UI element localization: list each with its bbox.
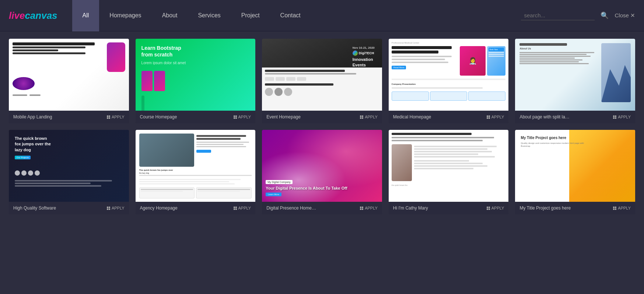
grid-dot bbox=[489, 208, 490, 210]
apply-grid-icon bbox=[487, 115, 490, 119]
cathy-person-image bbox=[392, 144, 412, 181]
grid-dot bbox=[235, 207, 237, 208]
nav-item-project[interactable]: Project bbox=[231, 0, 270, 31]
digital-headline: Your Digital Presence Is About To Take O… bbox=[266, 186, 347, 191]
card-title-project[interactable]: My Title Project goes here Quality desig… bbox=[515, 130, 635, 214]
apply-button-mobile-app[interactable]: APPLY bbox=[107, 115, 125, 119]
grid-dot bbox=[362, 115, 363, 117]
card-footer-event: Event Homepage APPLY bbox=[262, 111, 382, 123]
agency-desc bbox=[196, 144, 243, 145]
agency-services-label: The quick brown fox jumps over bbox=[139, 169, 252, 171]
card-title-agency: Agency Homepage bbox=[140, 205, 178, 211]
card-agency[interactable]: The quick brown fox jumps over the lazy … bbox=[136, 130, 256, 214]
digital-cta-btn: Learn More bbox=[266, 193, 281, 196]
logo-live: live bbox=[9, 10, 25, 21]
nav-item-all[interactable]: All bbox=[72, 0, 99, 31]
thumb-text-line bbox=[13, 46, 85, 48]
software-cta-btn: Our Projects bbox=[15, 156, 31, 159]
speaker-avatar bbox=[274, 88, 283, 96]
apply-button-title-project[interactable]: APPLY bbox=[613, 206, 631, 210]
card-footer-course: Course Homepage APPLY bbox=[136, 111, 256, 123]
card-cathy[interactable]: the quick brown fox Hi I'm Cathy Mary AP… bbox=[389, 130, 509, 214]
apply-button-digital[interactable]: APPLY bbox=[360, 206, 378, 210]
apply-button-medical[interactable]: APPLY bbox=[487, 115, 504, 119]
card-title-course: Course Homepage bbox=[140, 114, 177, 120]
agency-bottom bbox=[139, 179, 252, 184]
text-line bbox=[519, 54, 587, 55]
text-line bbox=[13, 94, 27, 96]
partner-logo bbox=[265, 77, 274, 81]
navbar: livecanvas All Homepages About Services … bbox=[0, 0, 644, 31]
card-course[interactable]: Learn Bootstrap from scratch Lorem ipsum… bbox=[136, 39, 256, 123]
grid-dot bbox=[487, 115, 488, 117]
apply-button-about[interactable]: APPLY bbox=[613, 115, 631, 119]
apply-button-agency[interactable]: APPLY bbox=[234, 206, 251, 210]
nav-item-about[interactable]: About bbox=[152, 0, 188, 31]
card-event[interactable]: Nov 16-21, 2020 DigiTECH Innovation Even… bbox=[262, 39, 382, 123]
cathy-text-line bbox=[414, 148, 487, 150]
agency-desc bbox=[196, 146, 246, 147]
apply-button-event[interactable]: APPLY bbox=[360, 115, 378, 119]
event-date: Nov 16-21, 2020 bbox=[353, 46, 375, 50]
text-line bbox=[265, 70, 345, 72]
medical-cards-row bbox=[392, 91, 506, 101]
partner-logo bbox=[297, 77, 306, 81]
apply-grid-icon bbox=[360, 115, 363, 119]
social-icon bbox=[15, 170, 20, 176]
thumb-text-line bbox=[13, 52, 85, 54]
speaker-avatar bbox=[265, 88, 273, 96]
software-features bbox=[15, 180, 123, 187]
grid-dot bbox=[235, 115, 237, 117]
nav-item-contact[interactable]: Contact bbox=[270, 0, 311, 31]
med-card bbox=[430, 91, 467, 101]
card-software[interactable]: The quick brown fox jumps over the lazy … bbox=[9, 130, 129, 214]
social-icon bbox=[35, 170, 40, 176]
card-digital[interactable]: My Digital Company Your Digital Presence… bbox=[262, 130, 382, 214]
apply-button-course[interactable]: APPLY bbox=[234, 115, 251, 119]
apply-grid-icon bbox=[234, 115, 237, 119]
grid-dot bbox=[615, 207, 616, 208]
cathy-text-line bbox=[414, 160, 469, 162]
grid-dot bbox=[109, 115, 110, 117]
medical-desc bbox=[392, 59, 445, 60]
medical-desc bbox=[392, 56, 452, 57]
nav-item-services[interactable]: Services bbox=[188, 0, 231, 31]
card-mobile-app[interactable]: Mobile App Landing APPLY bbox=[9, 39, 129, 123]
grid-dot bbox=[235, 117, 237, 119]
agency-line bbox=[139, 183, 235, 184]
card-footer-medical: Medical Homepage APPLY bbox=[389, 111, 509, 123]
card-medical[interactable]: Professional Medical Center We Take Care… bbox=[389, 39, 509, 123]
info-btn: Book Now bbox=[489, 48, 504, 51]
grid-dot bbox=[613, 115, 615, 117]
text-line bbox=[29, 94, 41, 96]
medical-headline2 bbox=[392, 51, 438, 53]
cathy-text-line bbox=[414, 153, 478, 155]
cathy-text-line bbox=[414, 151, 492, 152]
text-line bbox=[519, 58, 575, 59]
purple-blob bbox=[13, 77, 35, 90]
search-icon-button[interactable]: 🔍 bbox=[601, 11, 609, 20]
about-headline bbox=[519, 43, 567, 46]
template-grid-row1: Mobile App Landing APPLY Learn Bootstrap… bbox=[9, 39, 635, 123]
cathy-name-line bbox=[392, 133, 472, 135]
med-card bbox=[468, 91, 505, 101]
search-input[interactable] bbox=[521, 11, 595, 20]
agency-line bbox=[139, 181, 229, 182]
apply-button-software[interactable]: APPLY bbox=[107, 206, 125, 210]
cathy-desc-line bbox=[392, 137, 494, 138]
info-line bbox=[489, 52, 504, 53]
grid-dot bbox=[234, 207, 235, 208]
event-title-text: Nov 16-21, 2020 DigiTECH Innovation Even… bbox=[353, 46, 375, 68]
close-button[interactable]: Close ✕ bbox=[615, 12, 635, 19]
grid-dot bbox=[362, 117, 363, 119]
agency-feature-cards bbox=[139, 187, 252, 198]
text-line bbox=[392, 87, 483, 89]
nav-item-homepages[interactable]: Homepages bbox=[99, 0, 151, 31]
grid-dot bbox=[109, 117, 110, 119]
digital-company-tag: My Digital Company bbox=[266, 180, 293, 184]
logo[interactable]: livecanvas bbox=[9, 10, 57, 21]
grid-dot bbox=[235, 208, 237, 210]
card-about-split[interactable]: About Us About page with split layout bbox=[515, 39, 635, 123]
text-line bbox=[519, 56, 590, 57]
apply-button-cathy[interactable]: APPLY bbox=[487, 206, 504, 210]
